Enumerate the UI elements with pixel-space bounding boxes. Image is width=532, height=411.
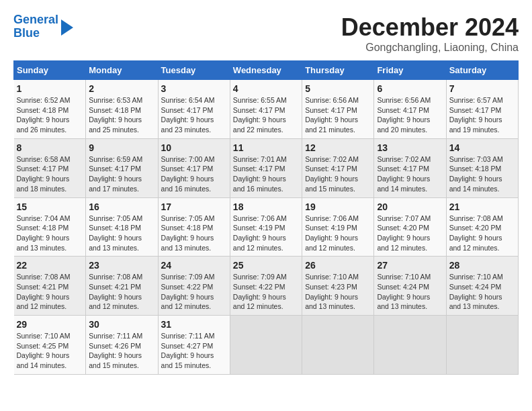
calendar-cell bbox=[446, 316, 518, 375]
logo-arrow-icon bbox=[61, 19, 73, 36]
day-info: Sunrise: 7:06 AM Sunset: 4:19 PM Dayligh… bbox=[233, 214, 299, 253]
calendar-cell: 9 Sunrise: 6:59 AM Sunset: 4:17 PM Dayli… bbox=[86, 138, 158, 197]
day-info: Sunrise: 7:07 AM Sunset: 4:20 PM Dayligh… bbox=[377, 214, 443, 253]
calendar-table: SundayMondayTuesdayWednesdayThursdayFrid… bbox=[13, 60, 519, 375]
day-number: 1 bbox=[17, 83, 83, 94]
day-info: Sunrise: 7:08 AM Sunset: 4:21 PM Dayligh… bbox=[17, 272, 83, 312]
day-number: 27 bbox=[377, 260, 443, 271]
day-number: 6 bbox=[377, 83, 443, 94]
day-info: Sunrise: 6:52 AM Sunset: 4:18 PM Dayligh… bbox=[17, 95, 83, 135]
day-number: 31 bbox=[161, 319, 227, 330]
calendar-cell: 28 Sunrise: 7:10 AM Sunset: 4:24 PM Dayl… bbox=[446, 257, 518, 316]
calendar-cell: 22 Sunrise: 7:08 AM Sunset: 4:21 PM Dayl… bbox=[14, 257, 86, 316]
calendar-cell bbox=[302, 316, 374, 375]
weekday-header-thursday: Thursday bbox=[302, 61, 374, 80]
calendar-cell: 27 Sunrise: 7:10 AM Sunset: 4:24 PM Dayl… bbox=[374, 257, 446, 316]
weekday-header-wednesday: Wednesday bbox=[230, 61, 302, 80]
calendar-cell: 29 Sunrise: 7:10 AM Sunset: 4:25 PM Dayl… bbox=[14, 316, 86, 375]
calendar-body: 1 Sunrise: 6:52 AM Sunset: 4:18 PM Dayli… bbox=[14, 80, 519, 375]
day-number: 18 bbox=[233, 201, 299, 212]
day-info: Sunrise: 7:01 AM Sunset: 4:17 PM Dayligh… bbox=[233, 154, 299, 194]
day-info: Sunrise: 7:10 AM Sunset: 4:24 PM Dayligh… bbox=[377, 272, 443, 312]
day-number: 19 bbox=[305, 201, 371, 212]
day-info: Sunrise: 7:05 AM Sunset: 4:18 PM Dayligh… bbox=[89, 214, 154, 253]
day-number: 4 bbox=[233, 83, 299, 94]
day-info: Sunrise: 6:56 AM Sunset: 4:17 PM Dayligh… bbox=[377, 95, 443, 135]
day-number: 14 bbox=[449, 142, 515, 153]
calendar-cell: 7 Sunrise: 6:57 AM Sunset: 4:17 PM Dayli… bbox=[446, 80, 518, 139]
day-info: Sunrise: 7:06 AM Sunset: 4:19 PM Dayligh… bbox=[305, 214, 371, 253]
day-number: 17 bbox=[161, 201, 227, 212]
day-info: Sunrise: 6:55 AM Sunset: 4:17 PM Dayligh… bbox=[233, 95, 299, 135]
calendar-cell: 17 Sunrise: 7:05 AM Sunset: 4:18 PM Dayl… bbox=[158, 197, 230, 257]
calendar-cell: 1 Sunrise: 6:52 AM Sunset: 4:18 PM Dayli… bbox=[14, 80, 86, 139]
calendar-cell: 19 Sunrise: 7:06 AM Sunset: 4:19 PM Dayl… bbox=[302, 197, 374, 257]
calendar-week-row: 1 Sunrise: 6:52 AM Sunset: 4:18 PM Dayli… bbox=[14, 80, 519, 139]
day-number: 2 bbox=[89, 83, 154, 94]
calendar-cell: 23 Sunrise: 7:08 AM Sunset: 4:21 PM Dayl… bbox=[86, 257, 158, 316]
calendar-cell: 11 Sunrise: 7:01 AM Sunset: 4:17 PM Dayl… bbox=[230, 138, 302, 197]
day-info: Sunrise: 7:08 AM Sunset: 4:20 PM Dayligh… bbox=[449, 214, 515, 253]
day-number: 23 bbox=[89, 260, 154, 271]
day-info: Sunrise: 7:11 AM Sunset: 4:26 PM Dayligh… bbox=[89, 331, 154, 371]
day-number: 25 bbox=[233, 260, 299, 271]
day-number: 30 bbox=[89, 319, 154, 330]
page-header: GeneralBlue December 2024 Gongchangling,… bbox=[13, 13, 519, 54]
weekday-header-monday: Monday bbox=[86, 61, 158, 80]
day-number: 21 bbox=[449, 201, 515, 212]
day-number: 28 bbox=[449, 260, 515, 271]
calendar-week-row: 15 Sunrise: 7:04 AM Sunset: 4:18 PM Dayl… bbox=[14, 197, 519, 257]
day-info: Sunrise: 7:00 AM Sunset: 4:17 PM Dayligh… bbox=[161, 154, 227, 194]
day-info: Sunrise: 6:58 AM Sunset: 4:17 PM Dayligh… bbox=[17, 154, 83, 194]
calendar-cell: 25 Sunrise: 7:09 AM Sunset: 4:22 PM Dayl… bbox=[230, 257, 302, 316]
calendar-cell: 16 Sunrise: 7:05 AM Sunset: 4:18 PM Dayl… bbox=[86, 197, 158, 257]
calendar-week-row: 22 Sunrise: 7:08 AM Sunset: 4:21 PM Dayl… bbox=[14, 257, 519, 316]
calendar-cell: 15 Sunrise: 7:04 AM Sunset: 4:18 PM Dayl… bbox=[14, 197, 86, 257]
calendar-cell: 21 Sunrise: 7:08 AM Sunset: 4:20 PM Dayl… bbox=[446, 197, 518, 257]
calendar-week-row: 29 Sunrise: 7:10 AM Sunset: 4:25 PM Dayl… bbox=[14, 316, 519, 375]
calendar-cell: 2 Sunrise: 6:53 AM Sunset: 4:18 PM Dayli… bbox=[86, 80, 158, 139]
day-number: 29 bbox=[17, 319, 83, 330]
day-number: 5 bbox=[305, 83, 371, 94]
day-info: Sunrise: 7:09 AM Sunset: 4:22 PM Dayligh… bbox=[233, 272, 299, 312]
day-number: 10 bbox=[161, 142, 227, 153]
calendar-cell: 4 Sunrise: 6:55 AM Sunset: 4:17 PM Dayli… bbox=[230, 80, 302, 139]
calendar-cell: 20 Sunrise: 7:07 AM Sunset: 4:20 PM Dayl… bbox=[374, 197, 446, 257]
calendar-cell: 3 Sunrise: 6:54 AM Sunset: 4:17 PM Dayli… bbox=[158, 80, 230, 139]
day-number: 9 bbox=[89, 142, 154, 153]
calendar-cell: 14 Sunrise: 7:03 AM Sunset: 4:18 PM Dayl… bbox=[446, 138, 518, 197]
day-info: Sunrise: 7:02 AM Sunset: 4:17 PM Dayligh… bbox=[305, 154, 371, 194]
calendar-cell: 24 Sunrise: 7:09 AM Sunset: 4:22 PM Dayl… bbox=[158, 257, 230, 316]
calendar-cell: 12 Sunrise: 7:02 AM Sunset: 4:17 PM Dayl… bbox=[302, 138, 374, 197]
calendar-cell: 5 Sunrise: 6:56 AM Sunset: 4:17 PM Dayli… bbox=[302, 80, 374, 139]
day-info: Sunrise: 7:10 AM Sunset: 4:25 PM Dayligh… bbox=[17, 331, 83, 371]
day-info: Sunrise: 7:11 AM Sunset: 4:27 PM Dayligh… bbox=[161, 331, 227, 371]
day-info: Sunrise: 6:57 AM Sunset: 4:17 PM Dayligh… bbox=[449, 95, 515, 135]
calendar-header: SundayMondayTuesdayWednesdayThursdayFrid… bbox=[14, 61, 519, 80]
day-info: Sunrise: 6:56 AM Sunset: 4:17 PM Dayligh… bbox=[305, 95, 371, 135]
day-number: 24 bbox=[161, 260, 227, 271]
calendar-cell: 13 Sunrise: 7:02 AM Sunset: 4:17 PM Dayl… bbox=[374, 138, 446, 197]
day-info: Sunrise: 7:10 AM Sunset: 4:23 PM Dayligh… bbox=[305, 272, 371, 312]
day-number: 13 bbox=[377, 142, 443, 153]
calendar-week-row: 8 Sunrise: 6:58 AM Sunset: 4:17 PM Dayli… bbox=[14, 138, 519, 197]
day-number: 15 bbox=[17, 201, 83, 212]
day-number: 26 bbox=[305, 260, 371, 271]
day-info: Sunrise: 7:03 AM Sunset: 4:18 PM Dayligh… bbox=[449, 154, 515, 194]
day-info: Sunrise: 7:04 AM Sunset: 4:18 PM Dayligh… bbox=[17, 214, 83, 253]
day-info: Sunrise: 7:09 AM Sunset: 4:22 PM Dayligh… bbox=[161, 272, 227, 312]
month-title: December 2024 bbox=[341, 13, 519, 42]
calendar-cell: 6 Sunrise: 6:56 AM Sunset: 4:17 PM Dayli… bbox=[374, 80, 446, 139]
calendar-cell bbox=[230, 316, 302, 375]
calendar-cell: 8 Sunrise: 6:58 AM Sunset: 4:17 PM Dayli… bbox=[14, 138, 86, 197]
day-info: Sunrise: 7:10 AM Sunset: 4:24 PM Dayligh… bbox=[449, 272, 515, 312]
calendar-cell: 31 Sunrise: 7:11 AM Sunset: 4:27 PM Dayl… bbox=[158, 316, 230, 375]
day-info: Sunrise: 6:54 AM Sunset: 4:17 PM Dayligh… bbox=[161, 95, 227, 135]
calendar-cell bbox=[374, 316, 446, 375]
day-info: Sunrise: 7:05 AM Sunset: 4:18 PM Dayligh… bbox=[161, 214, 227, 253]
day-number: 22 bbox=[17, 260, 83, 271]
weekday-header-row: SundayMondayTuesdayWednesdayThursdayFrid… bbox=[14, 61, 519, 80]
location-subtitle: Gongchangling, Liaoning, China bbox=[341, 42, 519, 54]
logo-text: GeneralBlue bbox=[13, 13, 58, 40]
logo: GeneralBlue bbox=[13, 13, 73, 40]
